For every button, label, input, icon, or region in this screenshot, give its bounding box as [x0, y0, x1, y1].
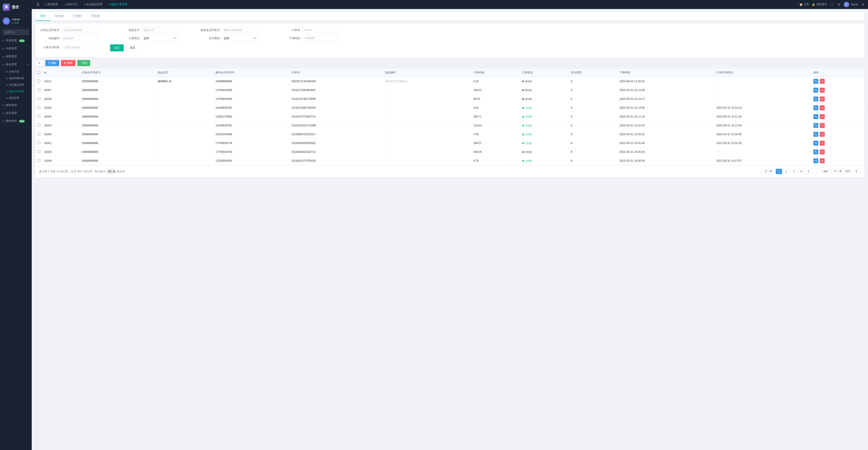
tab-paid[interactable]: 已付款: [68, 12, 86, 21]
sidebar-item-regular-management[interactable]: 常规管理 new: [0, 37, 32, 44]
order-time-input[interactable]: [302, 35, 338, 41]
sidebar-search-input[interactable]: [3, 29, 29, 35]
buyer-phone-input[interactable]: [222, 27, 258, 33]
submit-button[interactable]: 提交: [110, 44, 124, 52]
page-last-button[interactable]: 964: [821, 169, 830, 174]
cell-actions: ✎ ✕: [812, 121, 864, 130]
sidebar-item-member[interactable]: 会员管理 ›: [0, 109, 32, 117]
row-delete-button[interactable]: ✕: [820, 88, 825, 93]
page-jump-input[interactable]: [852, 169, 861, 174]
sidebar-item-plugins[interactable]: 插件管理 new: [0, 117, 32, 125]
cell-order-time: 2022-05-31 15:14:36: [618, 86, 715, 95]
row-edit-button[interactable]: ✎: [813, 158, 818, 163]
tab-all[interactable]: 全部: [35, 12, 50, 21]
page-3-button[interactable]: 3: [790, 169, 797, 174]
cell-status: 待付款: [520, 95, 569, 103]
reset-button[interactable]: 重置: [126, 44, 140, 52]
row-checkbox[interactable]: [37, 106, 40, 109]
row-edit-button[interactable]: ✎: [813, 132, 818, 137]
order-no-input[interactable]: [302, 27, 338, 33]
cell-price: 118.63: [472, 121, 520, 130]
item-name-input[interactable]: [142, 27, 178, 33]
admin-user-badge[interactable]: A Admin: [844, 2, 858, 7]
row-delete-button[interactable]: ✕: [820, 105, 825, 110]
row-edit-button[interactable]: ✎: [813, 105, 818, 110]
row-delete-button[interactable]: ✕: [820, 141, 825, 146]
row-checkbox[interactable]: [37, 141, 40, 144]
seller-phone-input[interactable]: [61, 27, 97, 33]
row-edit-button[interactable]: ✎: [813, 150, 818, 155]
select-all-checkbox[interactable]: [37, 71, 40, 74]
row-checkbox[interactable]: [37, 79, 40, 83]
sidebar-item-member-auction[interactable]: 会员题品管理: [0, 82, 32, 88]
cell-actions: ✎ ✕: [812, 157, 864, 165]
row-checkbox[interactable]: [37, 124, 40, 127]
page-4-button[interactable]: 4: [798, 169, 805, 174]
topnav-tab-member-auction[interactable]: 会员题品管理: [81, 1, 105, 8]
row-checkbox[interactable]: [37, 97, 40, 100]
row-checkbox-cell: [35, 139, 42, 148]
row-edit-button[interactable]: ✎: [813, 96, 818, 101]
cell-actions: ✎ ✕: [812, 148, 864, 157]
status-dot-icon: [522, 90, 524, 91]
payment-type-label: 支付类型: [199, 36, 220, 40]
page-1-button[interactable]: 1: [776, 169, 782, 174]
topnav-tab-system-config[interactable]: 系统配置: [42, 1, 61, 8]
delete-button[interactable]: 🗑 删除: [61, 60, 75, 66]
edit-button[interactable]: ✎ 编辑: [45, 60, 59, 66]
item-no-input[interactable]: [61, 35, 97, 41]
topnav-tab-label: 发售日历: [67, 2, 78, 6]
fullscreen-button[interactable]: ⛶: [830, 2, 834, 7]
row-edit-button[interactable]: ✎: [813, 79, 818, 84]
sidebar-item-auction-management[interactable]: 题品管理 ∨: [0, 61, 32, 68]
row-checkbox[interactable]: [37, 115, 40, 118]
row-checkbox[interactable]: [37, 150, 40, 153]
sidebar-item-gift-record[interactable]: 题品转赠记录: [0, 75, 32, 82]
order-status-select[interactable]: 选择 待付款 已付款 已完成: [142, 35, 178, 41]
row-checkbox[interactable]: [37, 159, 40, 162]
home-button[interactable]: 🏠 主页: [799, 2, 809, 6]
cell-item-no: -: [383, 121, 472, 130]
clear-cache-button[interactable]: 🔒 清除缓存: [812, 2, 827, 6]
cell-seller: 18888888888: [80, 77, 156, 86]
tab-pending-payment[interactable]: 待付款: [50, 12, 68, 21]
cell-order-no: 5318127691964847: [290, 86, 383, 95]
prev-page-button[interactable]: 上一页: [762, 168, 775, 174]
topnav-tab-order-management[interactable]: 题品订单管理: [106, 1, 130, 8]
row-delete-button[interactable]: ✕: [820, 79, 825, 84]
row-delete-button[interactable]: ✕: [820, 114, 825, 119]
row-edit-button[interactable]: ✎: [813, 114, 818, 119]
row-delete-button[interactable]: ✕: [820, 158, 825, 163]
payment-type-select[interactable]: 选择 8: [222, 35, 258, 41]
sidebar-item-permissions[interactable]: 权限管理 ›: [0, 53, 32, 61]
hamburger-button[interactable]: ☰: [34, 1, 41, 7]
page-2-button[interactable]: 2: [783, 169, 789, 174]
page-5-button[interactable]: 5: [805, 169, 812, 174]
row-delete-button[interactable]: ✕: [820, 96, 825, 101]
topnav-tab-sale-calendar[interactable]: 发售日历: [62, 1, 80, 8]
refresh-button[interactable]: ↻: [35, 60, 43, 66]
row-delete-button[interactable]: ✕: [820, 123, 825, 128]
next-page-button[interactable]: 下一页: [831, 168, 844, 174]
row-edit-button[interactable]: ✎: [813, 141, 818, 146]
maximize-button[interactable]: ⊞: [837, 2, 841, 7]
sidebar-item-finance[interactable]: 财务管理 ›: [0, 101, 32, 109]
sidebar-item-auction-items[interactable]: 题品管理: [0, 95, 32, 101]
payment-time-input[interactable]: [61, 44, 97, 51]
per-page-select[interactable]: 10 20 50: [106, 169, 116, 174]
row-edit-button[interactable]: ✎: [813, 88, 818, 93]
tab-completed[interactable]: 已完成: [86, 12, 104, 21]
row-checkbox[interactable]: [37, 88, 40, 91]
row-delete-button[interactable]: ✕: [820, 132, 825, 137]
cell-item-name: -: [156, 121, 214, 130]
row-delete-button[interactable]: ✕: [820, 150, 825, 155]
row-edit-button[interactable]: ✎: [813, 123, 818, 128]
sidebar-item-order-management[interactable]: 题品订单管理: [0, 88, 32, 95]
export-button[interactable]: ↑ 导出: [77, 60, 90, 66]
table-body: 18311 18888888888 棒棒糖礼包 18888888888 6024…: [35, 77, 864, 165]
cell-pay-time: -: [715, 148, 812, 157]
settings-icon[interactable]: ⚙: [861, 2, 865, 7]
sidebar-item-sale-calendar[interactable]: 发售日历: [0, 68, 32, 75]
sidebar-item-category-management[interactable]: 分类管理: [0, 44, 32, 53]
row-checkbox[interactable]: [37, 132, 40, 135]
